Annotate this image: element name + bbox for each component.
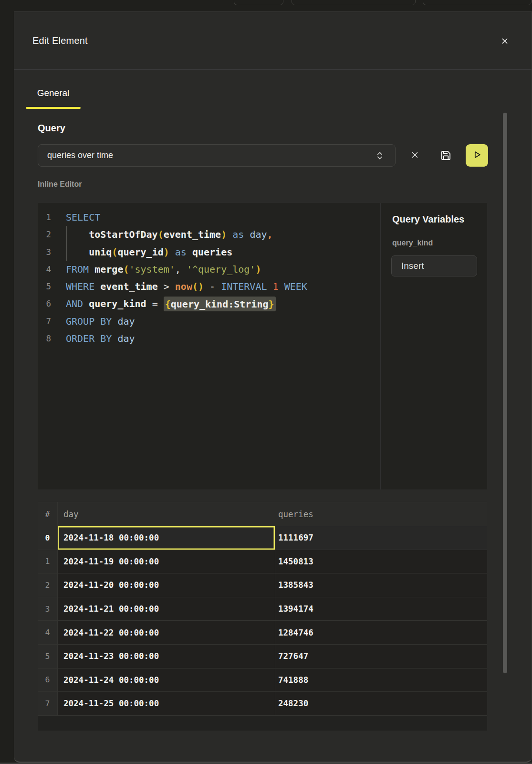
background-button	[423, 0, 532, 5]
table-cell[interactable]: 2024-11-21 00:00:00	[58, 597, 275, 621]
code-text: ORDER BY day	[66, 330, 135, 347]
table-cell[interactable]: 1	[38, 550, 58, 574]
table-cell[interactable]: 1394174	[275, 597, 487, 621]
query-variables-title: Query Variables	[392, 214, 464, 225]
code-line: 7GROUP BY day	[38, 313, 380, 330]
table-cell[interactable]: 1111697	[275, 526, 487, 550]
run-query-button[interactable]	[466, 144, 488, 167]
table-cell[interactable]: 727647	[275, 645, 487, 668]
modal-title: Edit Element	[32, 35, 88, 46]
table-header-cell[interactable]: queries	[275, 502, 487, 526]
code-text: FROM merge('system', '^query_log')	[66, 261, 261, 278]
code-text: uniq(query_id) as queries	[66, 244, 232, 261]
table-row: 02024-11-18 00:00:001111697	[38, 526, 487, 550]
code-text: WHERE event_time > now() - INTERVAL 1 WE…	[66, 278, 307, 295]
query-select-value: queries over time	[47, 150, 113, 160]
line-number: 8	[38, 330, 51, 347]
table-cell[interactable]: 2024-11-24 00:00:00	[58, 668, 275, 692]
code-text: toStartOfDay(event_time) as day,	[66, 226, 273, 243]
table-cell[interactable]: 741888	[275, 668, 487, 692]
table-cell[interactable]: 1385843	[275, 573, 487, 597]
table-row: 42024-11-22 00:00:001284746	[38, 621, 487, 645]
table-cell[interactable]: 2024-11-23 00:00:00	[58, 645, 275, 668]
modal-header: Edit Element	[14, 12, 532, 70]
table-row: 62024-11-24 00:00:00741888	[38, 668, 487, 692]
code-line: 5WHERE event_time > now() - INTERVAL 1 W…	[38, 278, 380, 295]
chevrons-up-down-icon	[375, 151, 385, 162]
save-query-button[interactable]	[438, 149, 453, 164]
inline-editor-label: Inline Editor	[38, 180, 82, 189]
table-row: 72024-11-25 00:00:00248230	[38, 692, 487, 716]
line-number: 1	[38, 209, 51, 226]
edit-element-modal: Edit Element General Query queries over …	[14, 11, 532, 763]
table-cell[interactable]: 5	[38, 645, 58, 668]
table-cell[interactable]: 0	[38, 526, 58, 550]
clear-query-button[interactable]	[408, 149, 421, 162]
background-button	[234, 0, 283, 5]
background-button	[292, 0, 416, 5]
code-line: 8ORDER BY day	[38, 330, 380, 347]
floppy-disk-icon	[440, 155, 451, 162]
line-number: 2	[38, 226, 51, 243]
modal-scrollbar[interactable]	[503, 113, 507, 673]
table-cell[interactable]: 3	[38, 597, 58, 621]
table-cell[interactable]: 2024-11-18 00:00:00	[58, 526, 275, 550]
line-number: 5	[38, 278, 51, 295]
line-number: 7	[38, 313, 51, 330]
code-line: 4FROM merge('system', '^query_log')	[38, 261, 380, 278]
sql-editor: 1SELECT2 toStartOfDay(event_time) as day…	[38, 203, 487, 489]
close-button[interactable]	[501, 37, 509, 45]
table-cell[interactable]: 2024-11-20 00:00:00	[58, 573, 275, 597]
table-row: 12024-11-19 00:00:001450813	[38, 550, 487, 574]
code-line: 1SELECT	[38, 209, 380, 226]
sql-code[interactable]: 1SELECT2 toStartOfDay(event_time) as day…	[38, 209, 380, 347]
tab-active-underline	[26, 107, 81, 109]
table-cell[interactable]: 1284746	[275, 621, 487, 645]
table-header-cell[interactable]: #	[38, 502, 58, 526]
table-cell[interactable]: 1450813	[275, 550, 487, 574]
code-text: SELECT	[66, 209, 100, 226]
code-line: 3 uniq(query_id) as queries	[38, 244, 380, 261]
code-text: AND query_kind = {query_kind:String}	[66, 295, 276, 312]
table-row: 22024-11-20 00:00:001385843	[38, 573, 487, 597]
editor-panel-divider	[380, 203, 381, 489]
table-cell[interactable]: 7	[38, 692, 58, 716]
line-number: 3	[38, 244, 51, 261]
query-variable-name: query_kind	[392, 239, 433, 247]
line-number: 4	[38, 261, 51, 278]
play-icon	[472, 150, 482, 161]
tab-general-label: General	[37, 88, 70, 98]
table-cell[interactable]: 2024-11-22 00:00:00	[58, 621, 275, 645]
table-cell[interactable]: 2	[38, 573, 58, 597]
table-cell[interactable]: 6	[38, 668, 58, 692]
tab-general[interactable]: General	[26, 79, 81, 107]
insert-variable-button[interactable]: Insert	[391, 255, 477, 276]
editor-indent-guide	[66, 226, 67, 261]
table-cell[interactable]: 2024-11-25 00:00:00	[58, 692, 275, 716]
query-select[interactable]: queries over time	[38, 144, 396, 167]
query-section-title: Query	[38, 123, 65, 134]
table-row: 32024-11-21 00:00:001394174	[38, 597, 487, 621]
table-header-cell[interactable]: day	[58, 502, 275, 526]
code-text: GROUP BY day	[66, 313, 135, 330]
code-line: 6AND query_kind = {query_kind:String}	[38, 295, 380, 312]
close-icon	[501, 37, 509, 45]
table-cell[interactable]: 4	[38, 621, 58, 645]
table-cell[interactable]: 248230	[275, 692, 487, 716]
table-cell[interactable]: 2024-11-19 00:00:00	[58, 550, 275, 574]
table-row: 52024-11-23 00:00:00727647	[38, 645, 487, 668]
results-table: #dayqueries02024-11-18 00:00:00111169712…	[38, 502, 487, 731]
x-icon	[411, 153, 419, 160]
line-number: 6	[38, 295, 51, 312]
table-header-row: #dayqueries	[38, 502, 487, 526]
code-line: 2 toStartOfDay(event_time) as day,	[38, 226, 380, 243]
